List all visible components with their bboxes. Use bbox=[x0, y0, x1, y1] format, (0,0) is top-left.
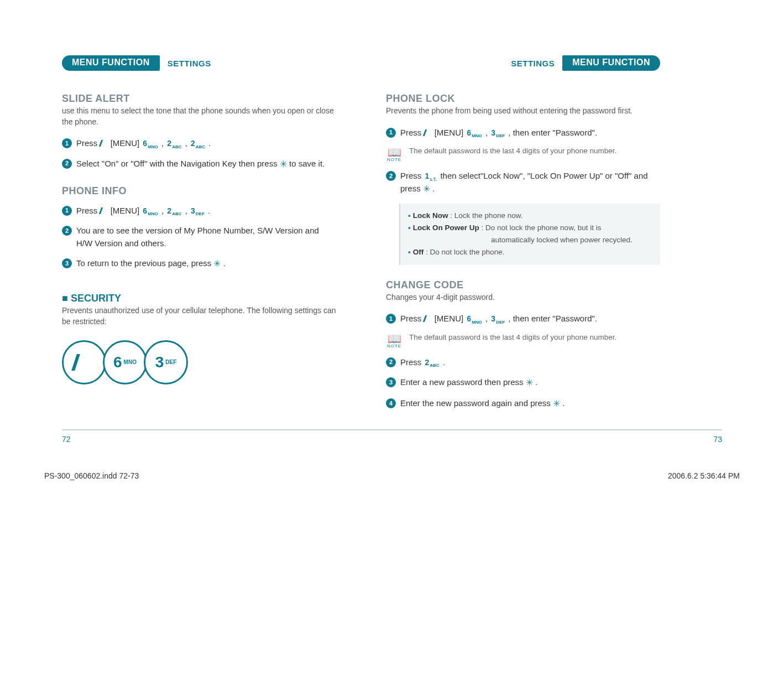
text: , then enter "Password". bbox=[508, 128, 597, 137]
text: . bbox=[208, 138, 211, 148]
print-metadata-bar: PS-300_060602.indd 72-73 2006.6.2 5:36:4… bbox=[0, 471, 784, 502]
opt-off: •Off : Do not lock the phone. bbox=[408, 247, 652, 258]
slide-alert-title: SLIDE ALERT bbox=[62, 93, 336, 105]
step-body: Press 2ABC . bbox=[400, 356, 660, 369]
ok-burst-icon: ✳ bbox=[213, 259, 221, 268]
text: . bbox=[208, 206, 210, 215]
text: Press bbox=[400, 128, 424, 137]
step-badge-3: 3 bbox=[386, 377, 396, 387]
step-body: Enter a new password then press ✳ . bbox=[400, 376, 660, 389]
text: 3 bbox=[155, 354, 164, 371]
page-spread: MENU FUNCTION SETTINGS SLIDE ALERT use t… bbox=[0, 0, 784, 429]
key-2: 2ABC bbox=[190, 138, 206, 149]
menu-function-pill: MENU FUNCTION bbox=[562, 55, 660, 71]
right-header: SETTINGS MENU FUNCTION bbox=[386, 55, 660, 71]
text: [MENU] bbox=[111, 206, 142, 215]
text: . bbox=[223, 258, 226, 268]
text: Press bbox=[76, 206, 100, 215]
text: , bbox=[185, 206, 190, 215]
text: , bbox=[485, 314, 490, 323]
slide-alert-intro: use this menu to select the tone that th… bbox=[62, 106, 336, 127]
change-code-step3: 3 Enter a new password then press ✳ . bbox=[386, 376, 660, 389]
text: Enter the new password again and press bbox=[400, 398, 553, 408]
step-body: Select "On" or "Off" with the Navigation… bbox=[76, 158, 336, 171]
diagram-key-3: 3 DEF bbox=[144, 340, 188, 384]
change-code-note: 📖NOTE The default password is the last 4… bbox=[386, 333, 660, 349]
key-3: 3DEF bbox=[190, 205, 206, 217]
ok-burst-icon: ✳ bbox=[526, 378, 533, 387]
text: . bbox=[535, 377, 537, 387]
step-badge-3: 3 bbox=[62, 258, 72, 268]
note-icon: 📖NOTE bbox=[386, 147, 403, 162]
text: . bbox=[443, 357, 445, 367]
phone-lock-step2: 2 Press 11.؟. then select"Lock Now", "Lo… bbox=[386, 170, 660, 196]
diagram-key-6: 6 MNO bbox=[103, 340, 147, 384]
phone-lock-intro: Prevents the phone from being used witho… bbox=[386, 106, 660, 117]
note-text: The default password is the last 4 digit… bbox=[409, 333, 616, 341]
ok-burst-icon: ✳ bbox=[553, 399, 560, 408]
left-page: MENU FUNCTION SETTINGS SLIDE ALERT use t… bbox=[62, 55, 336, 418]
step-badge-2: 2 bbox=[386, 357, 396, 367]
security-intro: Prevents unauthorized use of your cellul… bbox=[62, 305, 336, 327]
print-timestamp: 2006.6.2 5:36:44 PM bbox=[668, 471, 740, 480]
key-6: 6MNO bbox=[142, 138, 159, 149]
text: , bbox=[161, 206, 166, 215]
diagram-slash-key bbox=[62, 340, 106, 384]
step-badge-2: 2 bbox=[62, 159, 72, 169]
text: Enter a new password then press bbox=[400, 377, 526, 387]
ok-burst-icon: ✳ bbox=[423, 184, 430, 194]
text: Select "On" or "Off" with the Navigation… bbox=[76, 159, 280, 168]
slash-key-icon bbox=[98, 140, 109, 147]
slide-alert-step2: 2 Select "On" or "Off" with the Navigati… bbox=[62, 158, 336, 171]
text: , bbox=[161, 138, 166, 148]
phone-info-step1: 1 Press [MENU] 6MNO , 2ABC , 3DEF . bbox=[62, 205, 336, 217]
menu-function-pill: MENU FUNCTION bbox=[62, 55, 160, 71]
slash-key-icon bbox=[71, 354, 97, 371]
key-3: 3DEF bbox=[490, 313, 506, 325]
key-6: 6MNO bbox=[142, 205, 159, 217]
step-body: Press 11.؟. then select"Lock Now", "Lock… bbox=[400, 170, 660, 196]
lock-options-box: •Lock Now : Lock the phone now. •Lock On… bbox=[399, 204, 660, 265]
opt-lock-now: •Lock Now : Lock the phone now. bbox=[408, 210, 652, 221]
step-badge-1: 1 bbox=[386, 314, 396, 324]
change-code-intro: Changes your 4-digit password. bbox=[386, 292, 660, 303]
phone-lock-title: PHONE LOCK bbox=[386, 93, 660, 105]
text: . bbox=[562, 398, 565, 408]
text: MNO bbox=[124, 360, 137, 365]
phone-info-step2: 2 You are to see the version of My Phone… bbox=[62, 225, 336, 250]
change-code-step1: 1 Press [MENU] 6MNO , 3DEF , then enter … bbox=[386, 313, 660, 325]
step-body: Press [MENU] 6MNO , 3DEF , then enter "P… bbox=[400, 127, 660, 139]
text: Press bbox=[400, 171, 424, 180]
text: Press bbox=[76, 138, 100, 148]
step-badge-1: 1 bbox=[62, 206, 72, 216]
change-code-step4: 4 Enter the new password again and press… bbox=[386, 397, 660, 410]
change-code-step2: 2 Press 2ABC . bbox=[386, 356, 660, 369]
step-badge-2: 2 bbox=[386, 171, 396, 181]
note-icon: 📖NOTE bbox=[386, 333, 403, 349]
step-badge-2: 2 bbox=[62, 226, 72, 236]
text: [MENU] bbox=[435, 128, 466, 137]
key-2: 2ABC bbox=[166, 205, 182, 217]
text: To return to the previous page, press bbox=[76, 258, 213, 268]
page-footer: 72 73 bbox=[62, 429, 722, 444]
breadcrumb-settings: SETTINGS bbox=[168, 59, 211, 68]
slash-key-icon bbox=[422, 129, 433, 136]
page-number-right: 73 bbox=[713, 435, 722, 444]
phone-info-title: PHONE INFO bbox=[62, 185, 336, 197]
step-badge-1: 1 bbox=[386, 128, 396, 138]
slide-alert-step1: 1 Press [MENU] 6MNO , 2ABC , 2ABC . bbox=[62, 137, 336, 150]
right-page: SETTINGS MENU FUNCTION PHONE LOCK Preven… bbox=[386, 55, 660, 418]
text: DEF bbox=[165, 360, 176, 365]
step-badge-4: 4 bbox=[386, 398, 396, 408]
text: [MENU] bbox=[435, 314, 466, 323]
text: , bbox=[185, 138, 190, 148]
security-heading: SECURITY bbox=[62, 293, 336, 304]
text: Press bbox=[400, 314, 424, 323]
text: to save it. bbox=[289, 159, 325, 168]
step-body: Press [MENU] 6MNO , 2ABC , 3DEF . bbox=[76, 205, 336, 217]
change-code-title: CHANGE CODE bbox=[386, 279, 660, 291]
step-body: To return to the previous page, press ✳ … bbox=[76, 257, 336, 271]
step-body: Press [MENU] 6MNO , 2ABC , 2ABC . bbox=[76, 137, 336, 150]
left-header: MENU FUNCTION SETTINGS bbox=[62, 55, 336, 71]
key-6: 6MNO bbox=[466, 127, 483, 139]
